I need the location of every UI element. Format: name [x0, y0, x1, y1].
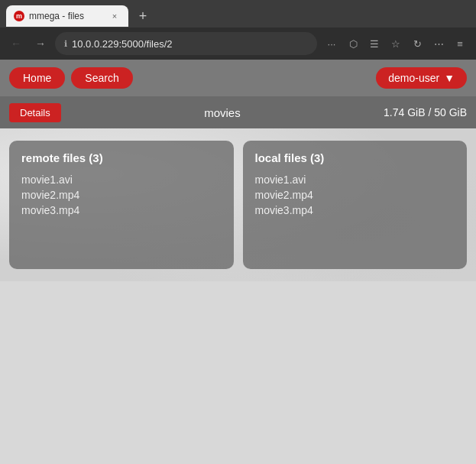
toolbar-icons: ··· ⬡ ☰ ☆ ↻ ⋯ ≡: [322, 34, 470, 54]
list-item: movie1.avi: [21, 172, 222, 187]
details-button[interactable]: Details: [9, 103, 61, 122]
breadcrumb-path: movies: [61, 106, 384, 119]
tab-close-button[interactable]: ×: [108, 10, 121, 22]
overflow-button[interactable]: ⋯: [429, 34, 448, 54]
breadcrumb-bar: Details movies 1.74 GiB / 50 GiB: [0, 96, 476, 128]
remote-panel-title: remote files (3): [21, 151, 222, 164]
list-item: movie2.mp4: [21, 187, 222, 203]
user-dropdown[interactable]: demo-user ▼: [376, 67, 467, 89]
dropdown-icon: ▼: [444, 72, 455, 84]
list-item: movie3.mp4: [255, 203, 455, 218]
reader-icon[interactable]: ☰: [364, 34, 384, 54]
pocket-icon[interactable]: ⬡: [343, 34, 363, 54]
list-item: movie1.avi: [255, 172, 455, 187]
url-bar[interactable]: ℹ 10.0.0.229:5000/files/2: [55, 32, 317, 55]
address-bar: ← → ℹ 10.0.0.229:5000/files/2 ··· ⬡ ☰ ☆ …: [0, 28, 476, 60]
top-nav: Home Search demo-user ▼: [0, 60, 476, 96]
search-button[interactable]: Search: [71, 67, 132, 89]
new-tab-button[interactable]: +: [133, 6, 153, 26]
user-label: demo-user: [388, 72, 439, 84]
list-item: movie2.mp4: [255, 187, 455, 203]
bookmark-icon[interactable]: ☆: [386, 34, 406, 54]
back-button[interactable]: ←: [6, 34, 26, 54]
active-tab[interactable]: m mmega - files ×: [6, 5, 128, 27]
local-files-panel: local files (3) movie1.avi movie2.mp4 mo…: [243, 141, 468, 269]
home-button[interactable]: Home: [9, 67, 65, 89]
tab-favicon: m: [14, 11, 24, 21]
url-lock-icon: ℹ: [64, 39, 67, 49]
storage-info: 1.74 GiB / 50 GiB: [384, 106, 467, 118]
app-content: Home Search demo-user ▼ Details movies 1…: [0, 60, 476, 464]
refresh-button[interactable]: ↻: [407, 34, 427, 54]
local-panel-title: local files (3): [255, 151, 455, 164]
main-content: remote files (3) movie1.avi movie2.mp4 m…: [0, 128, 476, 281]
forward-button[interactable]: →: [31, 34, 50, 54]
remote-files-panel: remote files (3) movie1.avi movie2.mp4 m…: [9, 141, 234, 269]
url-text: 10.0.0.229:5000/files/2: [72, 38, 173, 50]
list-item: movie3.mp4: [21, 203, 222, 218]
menu-button[interactable]: ≡: [450, 34, 470, 54]
browser-chrome: m mmega - files × + ← → ℹ 10.0.0.229:500…: [0, 0, 476, 60]
tab-title: mmega - files: [29, 11, 104, 21]
tab-bar: m mmega - files × +: [0, 0, 476, 28]
more-icon[interactable]: ···: [322, 34, 342, 54]
